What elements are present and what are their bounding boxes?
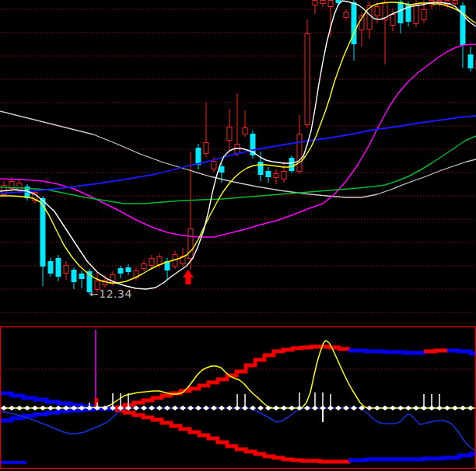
price-low-annotation: ←12.34 [89, 288, 132, 300]
stock-chart: ←12.34 [0, 0, 476, 471]
chart-canvas [0, 0, 476, 471]
